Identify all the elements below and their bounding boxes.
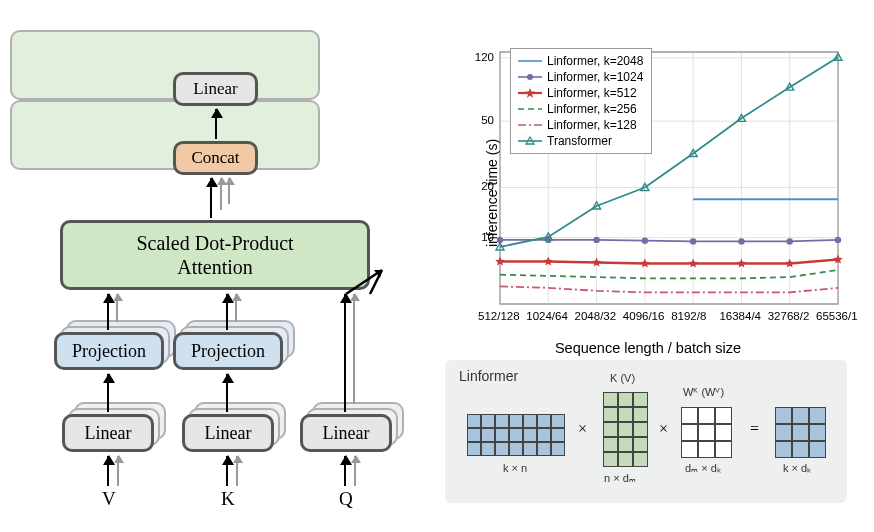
- matrix-cell: [481, 428, 495, 442]
- arrow: [107, 294, 109, 330]
- svg-point-18: [593, 237, 599, 243]
- linear-k-label: Linear: [205, 423, 252, 444]
- linear-k-box: Linear: [182, 414, 274, 452]
- matrix-cell: [467, 414, 481, 428]
- linear-q-label: Linear: [323, 423, 370, 444]
- matrix-cell: [603, 407, 618, 422]
- legend-label: Linformer, k=256: [547, 102, 637, 116]
- chart-xtick: 1024/64: [526, 310, 568, 322]
- chart-xtick: 65536/1: [816, 310, 858, 322]
- matrix-cell: [681, 407, 698, 424]
- attention-text: Scaled Dot-ProductAttention: [136, 231, 293, 279]
- legend-row: Linformer, k=2048: [517, 53, 643, 69]
- matrix-cell: [775, 407, 792, 424]
- chart-xtick: 8192/8: [671, 310, 706, 322]
- arrow: [354, 456, 356, 486]
- linear-v-box: Linear: [62, 414, 154, 452]
- matrix-cell: [467, 428, 481, 442]
- legend-row: Linformer, k=512: [517, 85, 643, 101]
- matrix-cell: [715, 441, 732, 458]
- arrow: [235, 294, 237, 322]
- architecture-diagram: Scaled Dot-ProductAttention Concat Linea…: [10, 30, 430, 510]
- legend-row: Linformer, k=128: [517, 117, 643, 133]
- legend-swatch-icon: [517, 70, 543, 84]
- projection-k-box: Projection: [173, 332, 283, 370]
- linear-v-label: Linear: [85, 423, 132, 444]
- legend-row: Linformer, k=256: [517, 101, 643, 117]
- legend-label: Linformer, k=2048: [547, 54, 643, 68]
- svg-point-21: [738, 238, 744, 244]
- matrix-cell: [467, 442, 481, 456]
- matrix-cell: [698, 407, 715, 424]
- k-by-dk-label: k × dₖ: [783, 462, 812, 475]
- svg-point-23: [835, 237, 841, 243]
- chart-ytick: 20: [481, 180, 494, 192]
- matrix-cell: [495, 428, 509, 442]
- matrix-cell: [523, 442, 537, 456]
- matrix-cell: [537, 428, 551, 442]
- matrix-cell: [603, 392, 618, 407]
- times-op: ×: [659, 420, 668, 438]
- arrow: [228, 178, 230, 204]
- arrow: [226, 456, 228, 486]
- matrix-cell: [681, 424, 698, 441]
- matrix-cell: [551, 414, 565, 428]
- matrix-cell: [551, 442, 565, 456]
- dm-by-dk-label: dₘ × dₖ: [685, 462, 722, 475]
- concat-box: Concat: [173, 141, 258, 175]
- attention-ghost: [10, 100, 320, 170]
- panel-title: Linformer: [459, 368, 518, 384]
- arrow: [215, 109, 217, 139]
- chart-xtick: 32768/2: [768, 310, 810, 322]
- matrix-cell: [809, 441, 826, 458]
- chart-xtick: 512/128: [478, 310, 520, 322]
- matrix-cell: [537, 442, 551, 456]
- arrow: [344, 456, 346, 486]
- matrix-cell: [603, 437, 618, 452]
- matrix-cell: [633, 422, 648, 437]
- matrix-cell: [603, 452, 618, 467]
- matrix-cell: [481, 442, 495, 456]
- matrix-cell: [792, 424, 809, 441]
- attention-box: Scaled Dot-ProductAttention: [60, 220, 370, 290]
- matrix-cell: [633, 392, 648, 407]
- equals-op: =: [750, 420, 759, 438]
- projection-v-box: Projection: [54, 332, 164, 370]
- chart-legend: Linformer, k=2048Linformer, k=1024Linfor…: [510, 48, 652, 154]
- matrix-cell: [633, 452, 648, 467]
- matrix-cell: [537, 414, 551, 428]
- concat-label: Concat: [191, 148, 239, 168]
- matrix-cell: [698, 424, 715, 441]
- matrix-cell: [775, 441, 792, 458]
- matrix-cell: [775, 424, 792, 441]
- legend-swatch-icon: [517, 54, 543, 68]
- input-v-label: V: [102, 488, 116, 510]
- chart-xlabel: Sequence length / batch size: [448, 340, 848, 356]
- legend-row: Transformer: [517, 133, 643, 149]
- times-op: ×: [578, 420, 587, 438]
- matrix-cell: [633, 407, 648, 422]
- matrix-cell: [698, 441, 715, 458]
- chart-ytick: 50: [481, 114, 494, 126]
- attention-ghost: [10, 30, 320, 100]
- legend-swatch-icon: [517, 118, 543, 132]
- matrix-cell: [715, 424, 732, 441]
- matrix-cell: [792, 441, 809, 458]
- projection-k-label: Projection: [191, 341, 265, 362]
- k-by-n-label: k × n: [503, 462, 527, 474]
- matrix-cell: [481, 414, 495, 428]
- arrow: [236, 456, 238, 486]
- arrow: [344, 294, 346, 412]
- matrix-cell: [618, 407, 633, 422]
- matrix-cell: [681, 441, 698, 458]
- legend-label: Linformer, k=128: [547, 118, 637, 132]
- matrix-cell: [551, 428, 565, 442]
- matrix-cell: [509, 414, 523, 428]
- legend-row: Linformer, k=1024: [517, 69, 643, 85]
- linformer-matrix-panel: Linformer ××=K (V)Wᴷ (Wⱽ)k × nn × dₘdₘ ×…: [445, 360, 847, 503]
- matrix-cell: [618, 392, 633, 407]
- matrix-cell: [509, 428, 523, 442]
- top-linear-label: Linear: [193, 79, 237, 99]
- arrow: [226, 374, 228, 412]
- arrow: [107, 374, 109, 412]
